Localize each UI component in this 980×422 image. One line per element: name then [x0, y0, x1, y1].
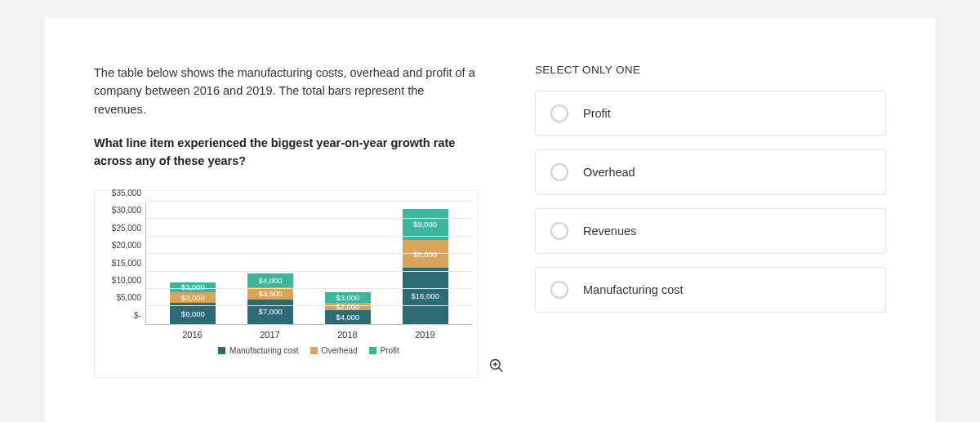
x-axis-label: 2018 [325, 330, 371, 340]
bar-column: $4,000$3,500$7,000 [247, 273, 293, 324]
option-profit[interactable]: Profit [535, 91, 886, 136]
y-tick-label: $35,000 [99, 188, 141, 197]
legend-swatch-ovh [310, 347, 318, 354]
legend-item-manufacturing: Manufacturing cost [218, 346, 299, 355]
chart-gridline [146, 288, 472, 289]
answer-column: SELECT ONLY ONE ProfitOverheadRevenuesMa… [535, 64, 886, 422]
bar-segment-ovh: $3,500 [247, 287, 293, 300]
chart-x-axis-labels: 2016201720182019 [145, 325, 472, 340]
bar-segment-prf: $3,000 [170, 282, 216, 293]
bar-segment-ovh: $2,000 [325, 303, 371, 310]
chart-gridline [146, 218, 472, 219]
bar-segment-mfg: $4,000 [325, 310, 371, 324]
y-tick-label: $5,000 [99, 293, 141, 302]
zoom-icon[interactable] [488, 358, 505, 374]
option-label: Profit [583, 107, 611, 120]
chart-gridline [146, 271, 472, 272]
option-label: Revenues [583, 224, 636, 238]
options-list: ProfitOverheadRevenuesManufacturing cost [535, 91, 886, 313]
chart-gridline [146, 236, 472, 237]
bar-column: $9,000$8,000$16,000 [403, 209, 448, 324]
question-card: The table below shows the manufacturing … [45, 18, 935, 422]
legend-swatch-prf [369, 347, 376, 354]
x-axis-label: 2017 [247, 330, 293, 340]
option-label: Manufacturing cost [583, 283, 684, 296]
intro-text: The table below shows the manufacturing … [94, 64, 478, 118]
bar-segment-mfg: $16,000 [403, 268, 448, 324]
select-only-one-label: SELECT ONLY ONE [535, 64, 886, 76]
radio-icon [550, 104, 568, 122]
bar-segment-ovh: $3,000 [170, 292, 216, 303]
x-axis-label: 2019 [403, 330, 448, 340]
chart-gridline [146, 201, 472, 202]
question-text: What line item experienced the biggest y… [94, 135, 478, 171]
bar-segment-prf: $4,000 [247, 273, 293, 287]
y-tick-label: $15,000 [99, 258, 141, 267]
legend-item-profit: Profit [369, 346, 399, 355]
y-tick-label: $10,000 [99, 276, 141, 285]
legend-item-overhead: Overhead [310, 346, 358, 355]
chart-gridline [146, 305, 472, 306]
radio-icon [550, 281, 568, 299]
chart-plot-area: $3,000$3,000$6,000$4,000$3,500$7,000$3,0… [145, 202, 472, 325]
x-axis-label: 2016 [170, 330, 216, 340]
stacked-bar-chart: $3,000$3,000$6,000$4,000$3,500$7,000$3,0… [94, 190, 478, 378]
bar-segment-prf: $3,000 [325, 292, 371, 303]
y-tick-label: $25,000 [99, 223, 141, 232]
bar-column: $3,000$2,000$4,000 [325, 292, 371, 324]
radio-icon [550, 222, 568, 240]
chart-legend: Manufacturing cost Overhead Profit [145, 346, 472, 355]
chart-gridline [146, 253, 472, 254]
y-tick-label: $30,000 [99, 206, 141, 215]
bar-segment-ovh: $8,000 [403, 240, 448, 268]
option-manufacturing-cost[interactable]: Manufacturing cost [535, 267, 886, 313]
bar-segment-mfg: $7,000 [247, 300, 293, 324]
legend-swatch-mfg [218, 347, 225, 354]
y-tick-label: $- [99, 310, 141, 319]
svg-line-1 [499, 368, 503, 372]
left-column: The table below shows the manufacturing … [94, 64, 486, 422]
radio-icon [550, 163, 568, 181]
option-overhead[interactable]: Overhead [535, 149, 886, 195]
y-tick-label: $20,000 [99, 241, 141, 250]
option-label: Overhead [583, 166, 635, 179]
option-revenues[interactable]: Revenues [535, 208, 886, 254]
